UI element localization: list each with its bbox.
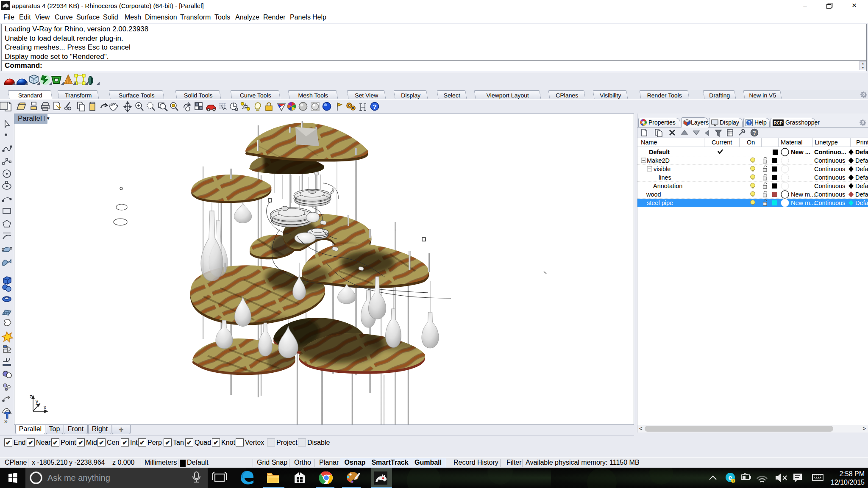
svg-text:Ask me anything: Ask me anything	[47, 473, 110, 482]
svg-text:12/10/2015: 12/10/2015	[831, 479, 865, 486]
svg-text:2:58 PM: 2:58 PM	[839, 470, 865, 477]
svg-text:z: z	[30, 394, 32, 399]
svg-text:!: !	[733, 479, 734, 483]
svg-text:?: ?	[753, 130, 756, 136]
svg-text:RCP: RCP	[773, 121, 782, 125]
svg-text:?: ?	[748, 120, 751, 125]
svg-text:y: y	[36, 399, 38, 405]
svg-text:x: x	[44, 405, 46, 410]
